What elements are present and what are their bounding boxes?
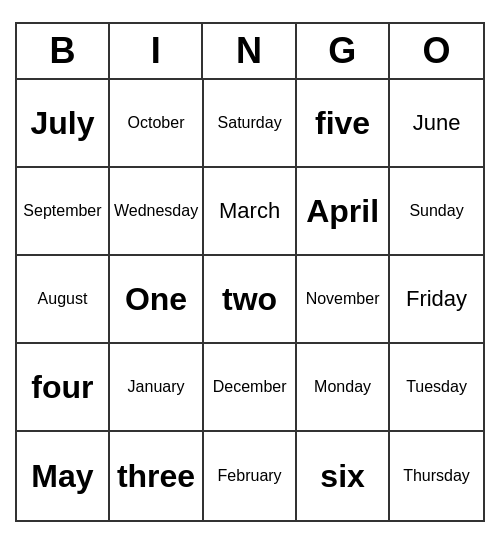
cell-text-6: Wednesday [114,202,198,220]
cell-text-12: two [222,281,277,318]
cell-text-16: January [128,378,185,396]
cell-text-10: August [38,290,88,308]
bingo-cell: February [204,432,297,520]
cell-text-23: six [320,458,364,495]
bingo-cell: Thursday [390,432,483,520]
cell-text-24: Thursday [403,467,470,485]
cell-text-18: Monday [314,378,371,396]
bingo-cell: Wednesday [110,168,204,256]
header-letter-g: G [297,24,390,78]
cell-text-1: October [128,114,185,132]
cell-text-20: May [31,458,93,495]
header-letter-i: I [110,24,203,78]
bingo-cell: March [204,168,297,256]
bingo-cell: July [17,80,110,168]
cell-text-22: February [218,467,282,485]
bingo-cell: Monday [297,344,390,432]
cell-text-0: July [30,105,94,142]
cell-text-17: December [213,378,287,396]
cell-text-4: June [413,110,461,136]
bingo-cell: six [297,432,390,520]
bingo-cell: April [297,168,390,256]
cell-text-15: four [31,369,93,406]
bingo-cell: June [390,80,483,168]
bingo-cell: December [204,344,297,432]
bingo-cell: two [204,256,297,344]
bingo-cell: One [110,256,204,344]
bingo-cell: May [17,432,110,520]
cell-text-3: five [315,105,370,142]
header-letter-o: O [390,24,483,78]
bingo-cell: October [110,80,204,168]
cell-text-8: April [306,193,379,230]
cell-text-13: November [306,290,380,308]
cell-text-21: three [117,458,195,495]
bingo-cell: Sunday [390,168,483,256]
cell-text-5: September [23,202,101,220]
bingo-cell: January [110,344,204,432]
bingo-cell: Saturday [204,80,297,168]
bingo-cell: August [17,256,110,344]
cell-text-7: March [219,198,280,224]
cell-text-2: Saturday [218,114,282,132]
bingo-card: BINGO JulyOctoberSaturdayfiveJuneSeptemb… [15,22,485,522]
bingo-header: BINGO [17,24,483,80]
cell-text-14: Friday [406,286,467,312]
bingo-cell: three [110,432,204,520]
bingo-grid: JulyOctoberSaturdayfiveJuneSeptemberWedn… [17,80,483,520]
bingo-cell: five [297,80,390,168]
bingo-cell: four [17,344,110,432]
header-letter-n: N [203,24,296,78]
cell-text-19: Tuesday [406,378,467,396]
cell-text-9: Sunday [409,202,463,220]
cell-text-11: One [125,281,187,318]
header-letter-b: B [17,24,110,78]
bingo-cell: September [17,168,110,256]
bingo-cell: November [297,256,390,344]
bingo-cell: Tuesday [390,344,483,432]
bingo-cell: Friday [390,256,483,344]
